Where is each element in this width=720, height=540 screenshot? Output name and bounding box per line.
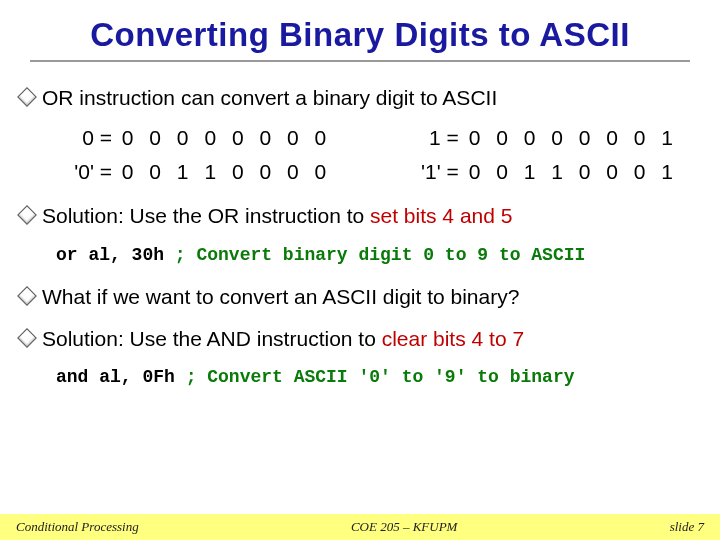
bin-r2-left-label: '0' = <box>56 160 116 184</box>
code-block-1: or al, 30h ; Convert binary digit 0 to 9… <box>56 245 708 265</box>
bullet-4-text: Solution: Use the AND instruction to <box>42 327 382 350</box>
bullet-1: OR instruction can convert a binary digi… <box>20 84 708 112</box>
bin-r1-right-bits: 0 0 0 0 0 0 0 1 <box>469 126 678 150</box>
bin-row-2: '0' = 0 0 1 1 0 0 0 0 '1' = 0 0 1 1 0 0 … <box>56 160 708 184</box>
bin-r1-left-bits: 0 0 0 0 0 0 0 0 <box>122 126 331 150</box>
bullet-4-red: clear bits 4 to 7 <box>382 327 524 350</box>
diamond-icon <box>17 205 37 225</box>
bullet-2-text: Solution: Use the OR instruction to <box>42 204 370 227</box>
bin-r2-right-bits: 0 0 1 1 0 0 0 1 <box>469 160 678 184</box>
footer: Conditional Processing COE 205 – KFUPM s… <box>0 514 720 540</box>
footer-right: slide 7 <box>670 519 704 535</box>
footer-left: Conditional Processing <box>16 519 139 535</box>
diamond-icon <box>17 328 37 348</box>
bin-r2-right-label: '1' = <box>403 160 463 184</box>
bullet-2-red: set bits 4 and 5 <box>370 204 512 227</box>
code1-comment: ; Convert binary digit 0 to 9 to ASCII <box>175 245 585 265</box>
slide: Converting Binary Digits to ASCII OR ins… <box>0 0 720 540</box>
diamond-icon <box>17 87 37 107</box>
bullet-2: Solution: Use the OR instruction to set … <box>20 202 708 230</box>
code2-instr: and al, 0Fh <box>56 367 186 387</box>
bin-r2-left-bits: 0 0 1 1 0 0 0 0 <box>122 160 331 184</box>
diamond-icon <box>17 286 37 306</box>
bullet-3: What if we want to convert an ASCII digi… <box>20 283 708 311</box>
code1-instr: or al, 30h <box>56 245 175 265</box>
slide-title: Converting Binary Digits to ASCII <box>30 0 690 62</box>
bin-row-1: 0 = 0 0 0 0 0 0 0 0 1 = 0 0 0 0 0 0 0 1 <box>56 126 708 150</box>
bin-r1-right-label: 1 = <box>403 126 463 150</box>
bin-r1-left-label: 0 = <box>56 126 116 150</box>
bullet-3-text: What if we want to convert an ASCII digi… <box>42 285 519 308</box>
code-block-2: and al, 0Fh ; Convert ASCII '0' to '9' t… <box>56 367 708 387</box>
bullet-4: Solution: Use the AND instruction to cle… <box>20 325 708 353</box>
code2-comment: ; Convert ASCII '0' to '9' to binary <box>186 367 575 387</box>
bullet-1-text: OR instruction can convert a binary digi… <box>42 86 497 109</box>
footer-mid: COE 205 – KFUPM <box>351 519 458 535</box>
binary-table: 0 = 0 0 0 0 0 0 0 0 1 = 0 0 0 0 0 0 0 1 … <box>56 126 708 184</box>
